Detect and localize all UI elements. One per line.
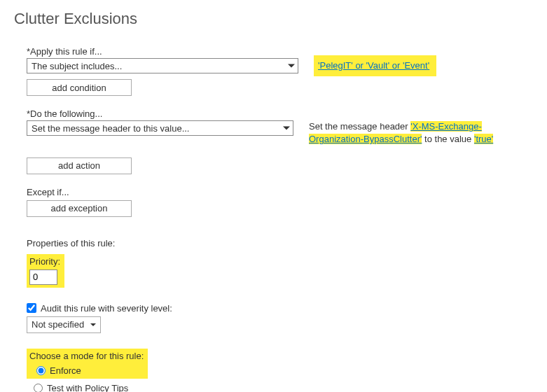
mode-test-policy-radio[interactable] <box>34 384 43 392</box>
exception-label: Except if... <box>27 187 526 197</box>
header-value-link[interactable]: 'true' <box>474 134 493 144</box>
condition-label: *Apply this rule if... <box>27 46 526 57</box>
scroll-area[interactable]: *Apply this rule if... The subject inclu… <box>0 38 547 392</box>
severity-dropdown-value: Not specified <box>32 319 84 330</box>
condition-dropdown[interactable]: The subject includes... <box>27 58 298 74</box>
severity-dropdown[interactable]: Not specified <box>27 316 101 333</box>
audit-checkbox[interactable] <box>27 303 36 313</box>
add-condition-button[interactable]: add condition <box>27 79 132 96</box>
page-title: Clutter Exclusions <box>0 0 547 35</box>
action-dropdown[interactable]: Set the message header to this value... <box>27 120 293 136</box>
properties-label: Properties of this rule: <box>27 238 526 248</box>
action-text-prefix: Set the message header <box>309 121 410 132</box>
mode-enforce-radio[interactable] <box>36 366 46 375</box>
chevron-down-icon <box>283 127 290 130</box>
condition-dropdown-value: The subject includes... <box>32 61 122 71</box>
action-text-middle: to the value <box>422 134 473 144</box>
mode-label: Choose a mode for this rule: <box>29 351 144 361</box>
chevron-down-icon <box>90 323 96 326</box>
mode-test-policy-label: Test with Policy Tips <box>47 383 128 392</box>
add-action-button[interactable]: add action <box>27 158 132 174</box>
priority-input[interactable] <box>29 270 57 285</box>
condition-value-link[interactable]: 'PelegIT' or 'Vault' or 'Event' <box>318 60 429 71</box>
action-label: *Do the following... <box>27 108 526 119</box>
chevron-down-icon <box>288 64 295 68</box>
mode-enforce-label: Enforce <box>50 365 81 376</box>
audit-label: Audit this rule with severity level: <box>41 303 172 314</box>
add-exception-button[interactable]: add exception <box>27 200 132 217</box>
priority-label: Priority: <box>29 256 60 267</box>
action-dropdown-value: Set the message header to this value... <box>32 123 189 134</box>
